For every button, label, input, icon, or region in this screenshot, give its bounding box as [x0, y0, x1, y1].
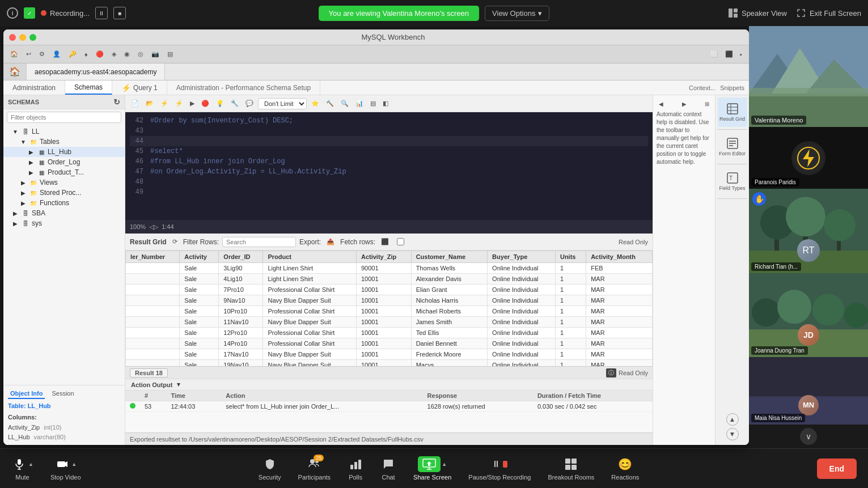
tree-item-sys[interactable]: ▶ 🗄 sys: [3, 218, 125, 228]
table-row: Sale10Pro10Professional Collar Shirt1000…: [126, 306, 653, 317]
toolbar-btn-3[interactable]: 👤: [50, 49, 63, 59]
tree-item-ll-hub[interactable]: ▶ ▦ LL_Hub: [3, 147, 125, 157]
execute-btn[interactable]: ⚡: [173, 99, 185, 108]
mute-arrow[interactable]: ▲: [28, 461, 33, 467]
comment-btn[interactable]: 💬: [243, 99, 256, 108]
tree-item-stored-proc[interactable]: ▶ 📁 Stored Proc...: [3, 188, 125, 198]
share-screen-arrow[interactable]: ▲: [442, 461, 447, 467]
refresh-schemas-icon[interactable]: ↻: [113, 97, 120, 107]
open-file-btn[interactable]: 📂: [143, 99, 156, 108]
tab-admin-performance[interactable]: Administration - Performance Schema Setu…: [167, 80, 320, 95]
stop-btn[interactable]: 🔴: [199, 99, 211, 108]
toolbar-btn-11[interactable]: ▤: [165, 49, 175, 59]
participants-label: Participants: [298, 474, 331, 481]
limit-select[interactable]: Don't Limit: [258, 98, 307, 109]
tree-item-ll[interactable]: ▼ 🗄 LL: [3, 126, 125, 137]
table-cell: 11Nav10: [219, 317, 263, 328]
field-types-btn[interactable]: T Field Types: [718, 167, 747, 196]
stop-recording-button[interactable]: ■: [113, 7, 126, 19]
mute-button[interactable]: [11, 456, 27, 472]
mountain-svg: [749, 26, 868, 127]
result-grid-btn[interactable]: Result Grid: [718, 97, 747, 127]
toolbar-btn-6[interactable]: 🔴: [94, 49, 106, 59]
maximize-button[interactable]: [29, 34, 36, 41]
tab-administration[interactable]: Administration: [3, 80, 65, 95]
fetch-checkbox[interactable]: [397, 238, 404, 245]
tab-schemas[interactable]: Schemas: [65, 80, 112, 95]
tree-item-tables[interactable]: ▼ 📁 Tables: [3, 137, 125, 147]
reactions-button[interactable]: 😊: [617, 456, 633, 472]
tab-query1[interactable]: ⚡ Query 1: [112, 80, 167, 95]
stop-video-arrow[interactable]: ▲: [71, 461, 77, 467]
more-chevron-btn[interactable]: ∨: [800, 428, 817, 445]
view-options-button[interactable]: View Options ▾: [485, 6, 549, 21]
toolbar-btn-5[interactable]: ♦: [82, 50, 90, 59]
participants-button[interactable]: 25: [306, 456, 322, 472]
toolbar-btn-7[interactable]: ◈: [109, 49, 118, 59]
screen-icon-3[interactable]: ▪: [738, 50, 744, 59]
toolbar-btn-2[interactable]: ⚙: [37, 49, 47, 59]
result-grid-container[interactable]: ler_Number Activity Order_ID Product Act…: [125, 251, 653, 366]
fetch-rows-btn[interactable]: ⬛: [379, 237, 391, 247]
filter-objects-input[interactable]: [7, 112, 121, 123]
form-editor-btn[interactable]: Form Editor: [718, 132, 747, 162]
toolbar-btn-4[interactable]: 🔑: [66, 49, 79, 59]
polls-button[interactable]: [348, 456, 363, 472]
tree-item-views[interactable]: ▶ 📁 Views: [3, 177, 125, 188]
chevron-down-icon: ▼: [11, 128, 19, 135]
tree-item-order-log[interactable]: ▶ ▦ Order_Log: [3, 157, 125, 167]
end-button[interactable]: End: [817, 459, 857, 479]
explain-btn[interactable]: 💡: [214, 99, 226, 108]
connection-tab[interactable]: aesopacademy:us-east4:aesopacademy: [27, 63, 165, 80]
pause-recording-button[interactable]: ⏸: [492, 456, 507, 472]
export-btn-result[interactable]: 📤: [324, 237, 337, 247]
toolbar-btn-1[interactable]: ↩: [24, 49, 33, 59]
code-editor[interactable]: 42 #Order by sum(Inventory_Cost) DESC; 4…: [125, 112, 653, 220]
table-cell: 3Lig90: [219, 263, 263, 274]
tools-btn[interactable]: 🔨: [324, 99, 336, 108]
close-button[interactable]: [9, 34, 16, 41]
screen-icon-2[interactable]: ⬛: [723, 49, 735, 59]
screen-icon[interactable]: ⬜: [708, 49, 721, 59]
save-file-btn[interactable]: ⚡: [158, 99, 171, 108]
stop-video-button[interactable]: [54, 456, 70, 472]
bookmark-btn[interactable]: ⭐: [309, 99, 321, 108]
import-btn[interactable]: ◧: [380, 99, 391, 108]
search-btn[interactable]: 🔍: [338, 99, 351, 108]
speaker-view-button[interactable]: Speaker View: [728, 8, 787, 18]
share-screen-button[interactable]: [418, 456, 441, 472]
tree-item-product-t[interactable]: ▶ ▦ Product_T...: [3, 167, 125, 177]
home-tab[interactable]: 🏠: [3, 63, 27, 80]
security-button[interactable]: [262, 456, 278, 472]
chart-btn[interactable]: 📊: [353, 99, 366, 108]
toolbar-btn-9[interactable]: ◎: [136, 49, 146, 59]
stop-video-with-arrow: ▲: [54, 456, 77, 472]
tab-object-info[interactable]: Object Info: [8, 389, 45, 399]
execute-selected-btn[interactable]: ▶: [188, 99, 197, 108]
toolbar-btn-8[interactable]: ◉: [122, 49, 132, 59]
format-btn[interactable]: 🔧: [228, 99, 241, 108]
pause-recording-button[interactable]: ⏸: [95, 7, 108, 19]
tree-item-functions[interactable]: ▶ 📁 Functions: [3, 198, 125, 208]
scroll-down-btn[interactable]: ▼: [726, 428, 739, 440]
scroll-up-btn[interactable]: ▲: [726, 413, 739, 426]
toolbar-btn-10[interactable]: 📷: [149, 49, 162, 59]
result-grid-refresh-btn[interactable]: ⟳: [170, 237, 180, 247]
stepper-icon[interactable]: ◁▷: [149, 223, 158, 231]
tree-item-sba[interactable]: ▶ 🗄 SBA: [3, 208, 125, 218]
filter-search-input[interactable]: [222, 237, 296, 247]
home-btn[interactable]: 🏠: [8, 49, 20, 59]
tab-session[interactable]: Session: [49, 389, 76, 399]
breakout-rooms-button[interactable]: [563, 456, 579, 472]
table-cell: 10001: [356, 360, 411, 367]
minimize-button[interactable]: [19, 34, 26, 41]
new-file-btn[interactable]: 📄: [129, 99, 141, 108]
exit-fullscreen-button[interactable]: Exit Full Screen: [796, 8, 861, 18]
export-btn[interactable]: ▤: [368, 99, 378, 108]
context-prev-btn[interactable]: ◀: [657, 100, 666, 108]
context-next-btn[interactable]: ▶: [680, 100, 689, 108]
context-export-btn[interactable]: ⊞: [702, 100, 712, 108]
chat-button[interactable]: [380, 456, 396, 472]
table-cell: 1: [555, 338, 586, 349]
action-output-table-container: # Time Action Response Duration / Fetch …: [125, 391, 653, 432]
